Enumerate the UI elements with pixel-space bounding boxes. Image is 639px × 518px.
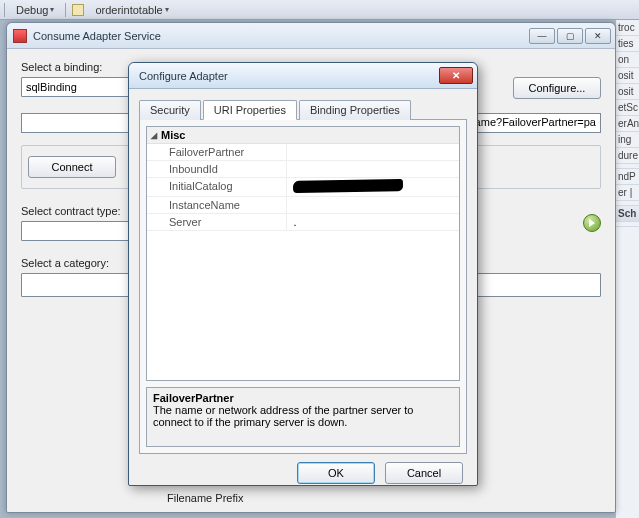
titlebar[interactable]: Consume Adapter Service — ▢ ✕ <box>7 23 615 49</box>
tab-strip: Security URI Properties Binding Properti… <box>139 99 467 119</box>
ok-button[interactable]: OK <box>297 462 375 484</box>
prop-value[interactable] <box>287 197 459 213</box>
tab-security[interactable]: Security <box>139 100 201 120</box>
config-label: Debug <box>16 4 48 16</box>
binding-value: sqlBinding <box>26 81 77 93</box>
config-dropdown[interactable]: Debug ▾ <box>11 2 59 18</box>
frag: on <box>616 52 639 68</box>
chevron-down-icon: ▾ <box>165 5 169 14</box>
connect-button[interactable]: Connect <box>28 156 116 178</box>
frag-header: Sch <box>616 206 639 222</box>
collapse-icon: ◢ <box>151 131 157 140</box>
chevron-down-icon: ▾ <box>50 5 54 14</box>
prop-key: FailoverPartner <box>147 144 287 160</box>
uri-value: Name?FailoverPartner=pa <box>467 116 596 128</box>
prop-key: Server <box>147 214 287 230</box>
cancel-button[interactable]: Cancel <box>385 462 463 484</box>
prop-key: InstanceName <box>147 197 287 213</box>
tab-binding-properties[interactable]: Binding Properties <box>299 100 411 120</box>
prop-key: InboundId <box>147 161 287 177</box>
prop-initialcatalog[interactable]: InitialCatalog <box>147 178 459 197</box>
prop-inboundid[interactable]: InboundId <box>147 161 459 178</box>
redacted-value <box>293 179 403 193</box>
property-description: FailoverPartner The name or network addr… <box>146 387 460 447</box>
prop-failoverpartner[interactable]: FailoverPartner <box>147 144 459 161</box>
tab-panel: ◢ Misc FailoverPartner InboundId Initial… <box>139 119 467 454</box>
frag: erAn <box>616 116 639 132</box>
frag: osit <box>616 84 639 100</box>
item-dropdown[interactable]: orderintotable ▾ <box>90 2 173 18</box>
maximize-button[interactable]: ▢ <box>557 28 583 44</box>
toolbar-separator <box>65 3 66 17</box>
vs-toolbar: Debug ▾ orderintotable ▾ <box>0 0 639 20</box>
frag: osit <box>616 68 639 84</box>
prop-value[interactable]: . <box>287 214 459 230</box>
configure-adapter-dialog: Configure Adapter ✕ Security URI Propert… <box>128 62 478 486</box>
property-grid[interactable]: ◢ Misc FailoverPartner InboundId Initial… <box>146 126 460 381</box>
frag: ties <box>616 36 639 52</box>
prop-key: InitialCatalog <box>147 178 287 196</box>
prop-value[interactable] <box>287 144 459 160</box>
minimize-button[interactable]: — <box>529 28 555 44</box>
go-button[interactable] <box>583 214 601 232</box>
frag: ndP <box>616 169 639 185</box>
close-button[interactable]: ✕ <box>585 28 611 44</box>
property-category[interactable]: ◢ Misc <box>147 127 459 144</box>
frag: troc <box>616 20 639 36</box>
prop-instancename[interactable]: InstanceName <box>147 197 459 214</box>
item-label: orderintotable <box>95 4 162 16</box>
frag: dure <box>616 148 639 164</box>
configure-button[interactable]: Configure... <box>513 77 601 99</box>
prop-value[interactable] <box>287 161 459 177</box>
description-title: FailoverPartner <box>153 392 453 404</box>
tab-uri-properties[interactable]: URI Properties <box>203 100 297 120</box>
frag: ing <box>616 132 639 148</box>
frag: er | <box>616 185 639 201</box>
item-icon <box>72 4 84 16</box>
toolbar-separator <box>4 3 5 17</box>
frag <box>616 222 639 227</box>
window-title: Consume Adapter Service <box>33 30 529 42</box>
frag: etSc <box>616 100 639 116</box>
prop-server[interactable]: Server . <box>147 214 459 231</box>
close-button[interactable]: ✕ <box>439 67 473 84</box>
modal-title: Configure Adapter <box>135 70 439 82</box>
filename-prefix-label: Filename Prefix <box>167 492 243 504</box>
right-panel-fragment: troc ties on osit osit etSc erAn ing dur… <box>615 20 639 518</box>
modal-titlebar[interactable]: Configure Adapter ✕ <box>129 63 477 89</box>
category-label: Misc <box>161 129 185 141</box>
app-icon <box>13 29 27 43</box>
prop-value[interactable] <box>287 178 459 196</box>
description-text: The name or network address of the partn… <box>153 404 453 428</box>
